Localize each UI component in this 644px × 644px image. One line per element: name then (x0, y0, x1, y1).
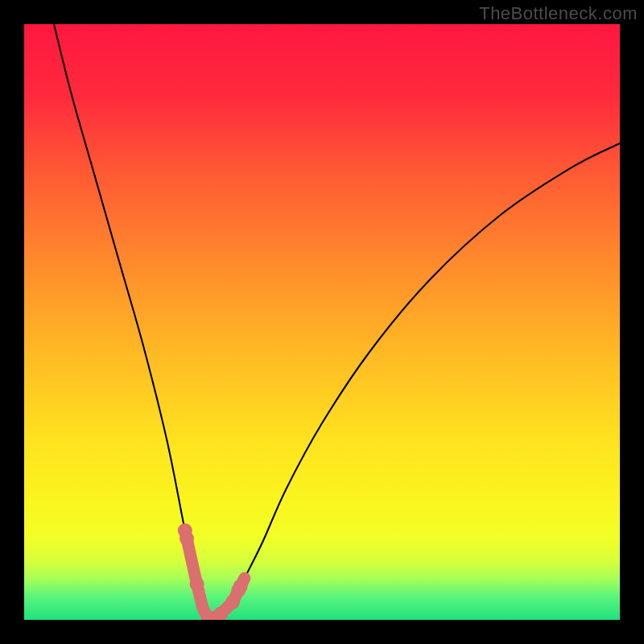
bottleneck-curve (24, 24, 620, 620)
plot-area (24, 24, 620, 620)
curve-path (54, 24, 620, 620)
highlight-dot (190, 577, 204, 592)
attribution-text: TheBottleneck.com (479, 3, 638, 24)
highlight-dot (180, 531, 194, 546)
highlight-dot (233, 580, 248, 594)
chart-frame: TheBottleneck.com (0, 0, 644, 644)
